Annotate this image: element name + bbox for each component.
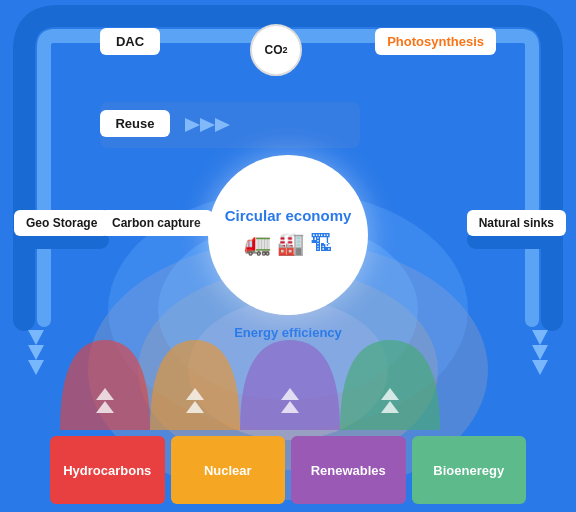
natural-sinks-label: Natural sinks	[467, 210, 566, 236]
economy-icons: 🚛 🏭 🏗	[244, 231, 332, 257]
carbon-capture-label: Carbon capture	[100, 210, 213, 236]
svg-marker-12	[28, 360, 44, 375]
dac-label: DAC	[100, 28, 160, 55]
geo-storage-label: Geo Storage	[14, 210, 109, 236]
energy-efficiency-label: Energy efficiency	[234, 325, 342, 340]
energy-boxes: Hydrocarbons Nuclear Renewables Bioenere…	[50, 436, 526, 504]
svg-marker-10	[28, 330, 44, 345]
svg-marker-14	[532, 345, 548, 360]
hydrocarbons-box: Hydrocarbons	[50, 436, 165, 504]
reuse-label: Reuse	[100, 110, 170, 137]
photosynthesis-label: Photosynthesis	[375, 28, 496, 55]
center-circle: Circular economy 🚛 🏭 🏗	[208, 155, 368, 315]
main-diagram: DAC CO2 Photosynthesis Reuse Geo Storage…	[0, 0, 576, 512]
circular-economy-label: Circular economy	[225, 207, 352, 225]
bioeneregy-box: Bioeneregy	[412, 436, 527, 504]
svg-marker-11	[28, 345, 44, 360]
svg-marker-15	[532, 360, 548, 375]
renewables-box: Renewables	[291, 436, 406, 504]
co2-label: CO2	[250, 24, 302, 76]
svg-marker-13	[532, 330, 548, 345]
nuclear-box: Nuclear	[171, 436, 286, 504]
